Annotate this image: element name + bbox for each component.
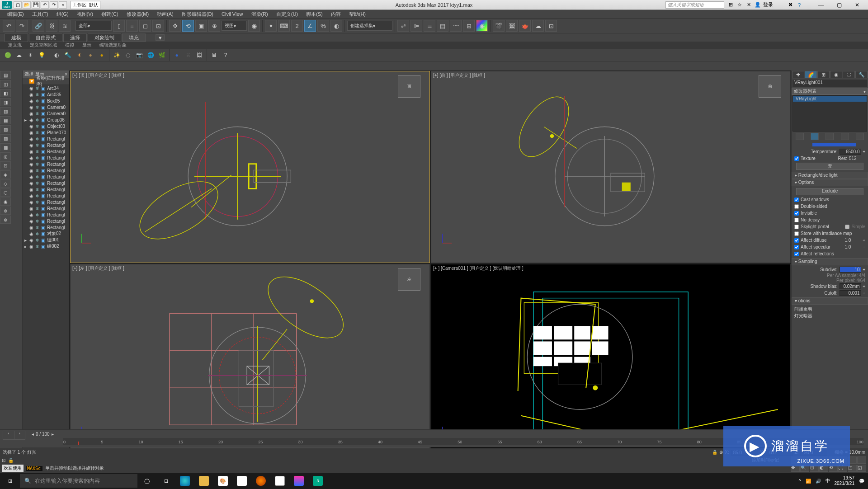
lt-5[interactable]: ▥ <box>0 107 11 115</box>
app-generic-icon[interactable] <box>289 473 308 489</box>
lt-14[interactable]: ⬡ <box>0 188 11 197</box>
menu-customize[interactable]: 自定义(U) <box>273 10 302 18</box>
user-icon[interactable]: 👤 <box>754 1 761 9</box>
double-sided-checkbox[interactable] <box>794 204 799 209</box>
snap-2d-button[interactable]: 2 <box>291 20 303 32</box>
tab-modify-icon[interactable]: 🌈 <box>805 71 817 78</box>
tab-display-icon[interactable]: 🖵 <box>843 71 855 78</box>
scene-item[interactable]: ◉❄▣Rectangl <box>23 193 69 199</box>
undo-button[interactable]: ↶ <box>3 20 14 32</box>
coord-mode-icon[interactable]: ⊕ <box>719 450 723 456</box>
snap-angle-button[interactable]: ∠ <box>304 20 316 32</box>
vray-ambient-icon[interactable]: ◌ <box>123 50 133 60</box>
project-icon[interactable]: ▿ <box>59 1 67 9</box>
ribbon-sub-sim[interactable]: 模拟 <box>61 42 78 48</box>
lt-2[interactable]: ◫ <box>0 80 11 88</box>
scene-item[interactable]: ◉❄▣Rectangl <box>23 161 69 167</box>
cast-shadows-checkbox[interactable] <box>794 197 799 202</box>
show-end-result-icon[interactable] <box>811 133 819 140</box>
subdivs-value[interactable]: 10 <box>840 267 861 273</box>
lt-3[interactable]: ◧ <box>0 89 11 97</box>
light-omni-icon[interactable]: ◐ <box>52 50 61 60</box>
star-icon[interactable]: ☆ <box>736 1 743 9</box>
spinner-snap-button[interactable]: ◐ <box>330 20 342 32</box>
scene-item[interactable]: ◉❄▣Rectangl <box>23 212 69 218</box>
light-spot-icon[interactable]: 🔦 <box>63 50 73 60</box>
lt-4[interactable]: ◨ <box>0 98 11 106</box>
texture-none-button[interactable]: 无 <box>796 163 863 170</box>
tab-utilities-icon[interactable]: 🔧 <box>855 71 868 78</box>
configure-sets-icon[interactable] <box>856 133 864 140</box>
render-iterative-button[interactable]: ☁ <box>532 20 544 32</box>
selection-filter[interactable]: 全部 ▾ <box>75 21 112 31</box>
viewport-front[interactable]: [+] [前 ] [用户定义 ] [线框 ] 前 <box>431 71 791 263</box>
scene-item[interactable]: ◉❄▣Arc035 <box>23 91 69 98</box>
minimize-button[interactable]: — <box>812 0 830 9</box>
scene-item[interactable]: ◉❄▣Rectangl <box>23 155 69 161</box>
tray-up-icon[interactable]: ^ <box>799 479 801 484</box>
select-by-name-button[interactable]: ≡ <box>126 20 138 32</box>
filter-icon[interactable]: 🔽 <box>29 79 34 84</box>
lt-15[interactable]: ◉ <box>0 197 11 206</box>
ribbon-sub-edit[interactable]: 编辑选定对象 <box>96 42 130 48</box>
close-button[interactable]: ✕ <box>848 0 866 9</box>
redo-icon[interactable]: ↷ <box>50 1 58 9</box>
lt-12[interactable]: ◈ <box>0 170 11 179</box>
open-file-icon[interactable]: 📂 <box>23 1 31 9</box>
scene-tab-select[interactable]: 选择 <box>24 71 33 77</box>
nav-btn-8[interactable] <box>857 456 866 464</box>
lt-1[interactable]: ▤ <box>0 71 11 79</box>
frame-prev-icon[interactable]: ◂ <box>32 432 34 437</box>
curve-editor-button[interactable]: 〰 <box>450 20 462 32</box>
cortana-icon[interactable]: ⊟ <box>156 473 175 489</box>
scene-item[interactable]: ◉❄▣Rectangl <box>23 205 69 212</box>
edge-icon[interactable] <box>175 473 194 489</box>
vray-ies-icon[interactable]: ✨ <box>112 50 122 60</box>
ribbon-sub-idle[interactable]: 定义空闲区域 <box>26 42 61 48</box>
undo-icon[interactable]: ↶ <box>41 1 49 9</box>
lt-7[interactable]: ▧ <box>0 125 11 133</box>
toggle-ribbon-button[interactable]: ▤ <box>437 20 448 32</box>
calc-icon[interactable]: 🖩 <box>209 50 219 60</box>
temperature-value[interactable]: 6500.0 <box>840 149 861 155</box>
pin-stack-icon[interactable] <box>796 133 804 140</box>
help-search-input[interactable]: 键入关键字或短语 <box>665 1 724 9</box>
menu-modifiers[interactable]: 修改器(M) <box>123 10 153 18</box>
make-unique-icon[interactable] <box>826 133 834 140</box>
vray-camera-icon[interactable]: ☀ <box>25 50 35 60</box>
affect-reflections-checkbox[interactable] <box>794 252 799 256</box>
ribbon-toggle-icon[interactable]: ▾ <box>156 34 165 41</box>
shadow-bias-value[interactable]: 0.02mm <box>840 283 861 289</box>
frame-next-icon[interactable]: ▸ <box>52 432 54 437</box>
menu-rendering[interactable]: 渲染(R) <box>248 10 272 18</box>
app-note-icon[interactable] <box>270 473 289 489</box>
scene-item[interactable]: ◉❄▣Rectangl <box>23 167 69 174</box>
tray-notif-icon[interactable]: 💬 <box>859 479 864 484</box>
scene-item[interactable]: ◉❄▣Rectangl <box>23 142 69 148</box>
scene-item[interactable]: ◉❄▣Box05 <box>23 98 69 104</box>
scene-item[interactable]: ◉❄▣Arc34 <box>23 85 69 91</box>
remove-modifier-icon[interactable] <box>841 133 849 140</box>
no-decay-checkbox[interactable] <box>794 218 799 222</box>
viewport-top-label[interactable]: [+] [顶 ] [用户定义 ] [线框 ] <box>72 72 124 79</box>
render-region-button[interactable]: ⊡ <box>545 20 557 32</box>
tray-ime-icon[interactable]: 中 <box>826 478 830 484</box>
keyboard-shortcut-button[interactable]: ⌨ <box>278 20 290 32</box>
scale-button[interactable]: ▣ <box>195 20 207 32</box>
taskbar-clock[interactable]: 19:57 2021/3/21 <box>835 475 855 486</box>
link-button[interactable]: 🔗 <box>33 20 44 32</box>
vray-sky-icon[interactable]: ☁ <box>14 50 24 60</box>
texture-checkbox[interactable] <box>794 156 799 161</box>
maximize-button[interactable]: ▢ <box>830 0 848 9</box>
rollout-options[interactable]: ▾ Options <box>792 179 868 186</box>
taskbar-search[interactable]: 🔍 在这里输入你要搜索的内容 <box>20 474 137 488</box>
vray-camera2-icon[interactable]: 📷 <box>134 50 144 60</box>
light-sphere2-icon[interactable]: ● <box>97 50 107 60</box>
material-editor-button[interactable]: ◉ <box>476 20 488 32</box>
ribbon-tab-objectpaint[interactable]: 对象绘制 <box>88 33 121 42</box>
save-file-icon[interactable]: 💾 <box>32 1 40 9</box>
scene-object-list[interactable]: ◉❄▣Arc34◉❄▣Arc035◉❄▣Box05◉❄▣Camera0◉❄▣Ca… <box>23 85 69 456</box>
redo-button[interactable]: ↷ <box>16 20 28 32</box>
rotate-button[interactable]: ⟲ <box>182 20 194 32</box>
cutoff-value[interactable]: 0.001 <box>840 290 861 296</box>
